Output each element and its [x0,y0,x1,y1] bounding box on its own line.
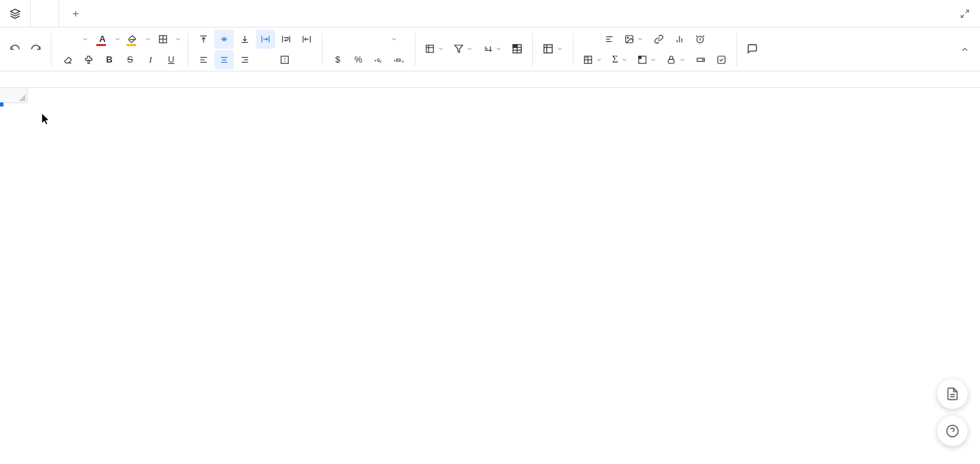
sort-button[interactable] [479,39,506,58]
undo-button[interactable] [6,39,25,58]
currency-button[interactable]: $ [328,50,347,69]
smart-transfer-button[interactable] [538,39,567,58]
layers-button[interactable] [6,4,25,23]
font-size-select[interactable] [57,30,91,49]
borders-button[interactable] [153,30,173,49]
align-group [194,29,254,70]
wrap-group [256,29,316,70]
layers-icon [10,8,21,19]
chevron-down-icon [495,45,502,52]
fill-color-dropdown[interactable] [144,30,152,49]
format-painter-button[interactable] [79,50,98,69]
separator [51,33,52,66]
mouse-cursor [41,113,52,126]
strikethrough-icon: S [127,54,133,65]
fill-color-button[interactable] [123,30,142,49]
conditional-formatting-button[interactable] [508,39,527,58]
svg-point-33 [375,60,376,61]
merge-row [276,50,296,69]
merge-cells-button[interactable] [276,50,296,69]
align-top-button[interactable] [194,30,213,49]
undo-group [6,29,25,70]
cell-insert-button[interactable] [579,50,607,69]
smart-transfer-icon [543,43,554,54]
pivot-button[interactable] [633,50,661,69]
lock-icon [666,55,676,65]
align-bottom-button[interactable] [235,30,254,49]
bold-button[interactable]: B [100,50,119,69]
notes-float-button[interactable] [937,379,968,409]
separator [188,33,188,66]
chevron-down-icon [175,36,182,43]
wrap-row-1 [256,30,316,49]
help-float-button[interactable] [937,416,968,446]
conditional-formatting-group [508,29,527,70]
eraser-icon [63,55,73,65]
align-left-button[interactable] [194,50,213,69]
chart-button[interactable] [670,30,689,49]
freeze-button[interactable] [421,39,448,58]
insert-group: Σ [579,29,731,70]
freeze-group [421,29,448,70]
align-left-icon [199,55,208,65]
chevron-down-icon [144,36,151,43]
add-sheet-button[interactable] [65,3,87,25]
wrap-text-button[interactable] [276,30,296,49]
link-button[interactable] [649,30,668,49]
italic-icon: I [149,54,152,65]
valign-row [194,30,254,49]
select-all-corner[interactable] [0,88,28,103]
number-row-2: $ % 0 00 [328,50,409,69]
protect-button[interactable] [662,50,690,69]
wrap-overflow-button[interactable] [256,30,275,49]
comments-button[interactable] [743,39,762,58]
freeze-icon [425,44,435,54]
svg-rect-8 [88,60,89,63]
increase-decimal-button[interactable]: 00 [390,50,409,69]
image-button[interactable] [620,30,648,49]
link-icon [654,34,664,44]
borders-dropdown[interactable] [174,30,182,49]
align-center-icon [219,55,229,65]
checkbox-button[interactable] [712,50,731,69]
paint-bucket-icon [128,34,138,44]
text-color-button[interactable]: A [93,30,112,49]
align-center-button[interactable] [215,50,234,69]
underline-button[interactable]: U [162,50,181,69]
strikethrough-button[interactable]: S [120,50,140,69]
align-combo-button[interactable] [600,30,619,49]
sigma-icon: Σ [612,54,618,65]
tab-bar [0,0,980,27]
align-right-button[interactable] [235,50,254,69]
functions-button[interactable]: Σ [608,50,632,69]
wrap-clip-button[interactable] [297,30,316,49]
text-color-icon: A [99,34,105,44]
clear-format-button[interactable] [58,50,78,69]
sort-icon [483,44,492,54]
redo-button[interactable] [26,39,45,58]
collapse-toolbar-button[interactable] [955,40,974,59]
corner-triangle-icon [19,94,25,101]
format-group: A B S I U [57,29,182,70]
data-validation-button[interactable] [691,50,710,69]
decrease-decimal-icon: 0 [373,55,384,65]
toolbar: A B S I U [0,27,980,71]
svg-rect-37 [426,45,434,52]
validation-icon [696,55,706,65]
svg-rect-68 [717,56,725,63]
percent-button[interactable]: % [349,50,368,69]
align-middle-button[interactable] [215,30,234,49]
separator [737,33,737,66]
italic-button[interactable]: I [141,50,160,69]
fullscreen-button[interactable] [955,4,974,23]
plus-icon [71,9,80,19]
chevron-down-icon [114,36,121,43]
text-color-dropdown[interactable] [113,30,122,49]
sheet-tab[interactable] [30,0,59,27]
filter-button[interactable] [450,39,477,58]
reminder-button[interactable] [690,30,710,49]
decrease-decimal-button[interactable]: 0 [369,50,389,69]
redo-group [26,29,45,70]
insert-row-1 [600,30,710,49]
number-format-select[interactable] [336,30,402,49]
